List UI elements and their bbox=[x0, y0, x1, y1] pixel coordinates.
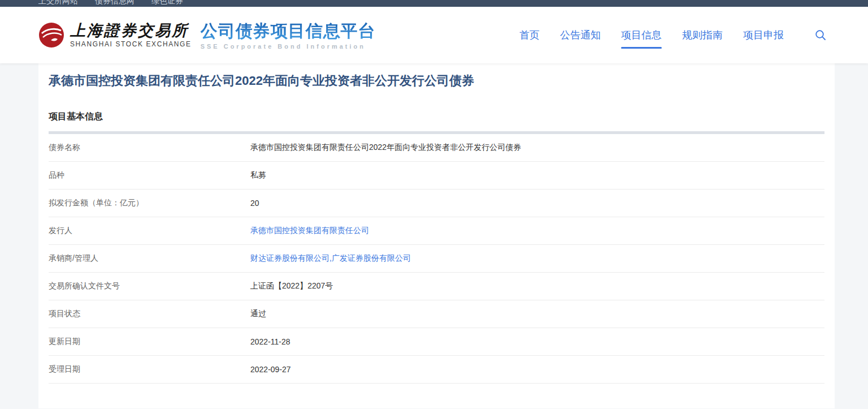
sse-logo-icon bbox=[38, 22, 64, 48]
nav-item-project-info[interactable]: 项目信息 bbox=[621, 28, 662, 42]
field-label: 债券名称 bbox=[49, 143, 250, 153]
table-row-bond-name: 债券名称 承德市国控投资集团有限责任公司2022年面向专业投资者非公开发行公司债… bbox=[49, 134, 824, 162]
field-value: 承德市国控投资集团有限责任公司2022年面向专业投资者非公开发行公司债券 bbox=[250, 143, 521, 153]
project-detail-card: 承德市国控投资集团有限责任公司2022年面向专业投资者非公开发行公司债券 项目基… bbox=[38, 63, 835, 408]
search-button[interactable] bbox=[814, 29, 827, 41]
table-row-underwriter: 承销商/管理人 财达证券股份有限公司,广发证券股份有限公司 bbox=[49, 245, 824, 273]
table-row-acceptance-date: 受理日期 2022-09-27 bbox=[49, 356, 824, 384]
table-row-project-status: 项目状态 通过 bbox=[49, 300, 824, 328]
section-title-basic-info: 项目基本信息 bbox=[49, 111, 824, 123]
field-label: 承销商/管理人 bbox=[49, 253, 250, 264]
topbar-link-bond-info-net[interactable]: 债券信息网 bbox=[95, 0, 134, 7]
field-label: 发行人 bbox=[49, 226, 250, 236]
platform-brand: 公司债券项目信息平台 SSE Corporate Bond Informatio… bbox=[201, 21, 376, 50]
nav-item-announcements[interactable]: 公告通知 bbox=[560, 28, 601, 42]
sse-logo[interactable]: 上海證券交易所 SHANGHAI STOCK EXCHANGE bbox=[38, 22, 192, 48]
nav-item-home[interactable]: 首页 bbox=[519, 28, 540, 42]
top-utility-bar-links: 上交所网站 债券信息网 绿色证券 bbox=[0, 0, 868, 7]
field-value: 私募 bbox=[250, 170, 266, 180]
topbar-link-sse-site[interactable]: 上交所网站 bbox=[38, 0, 78, 7]
topbar-link-green-securities[interactable]: 绿色证券 bbox=[151, 0, 183, 7]
search-icon bbox=[815, 29, 826, 41]
table-row-variety: 品种 私募 bbox=[49, 162, 824, 190]
field-value: 2022-11-28 bbox=[250, 337, 290, 346]
field-label: 品种 bbox=[49, 170, 250, 180]
site-header: 上海證券交易所 SHANGHAI STOCK EXCHANGE 公司债券项目信息… bbox=[0, 7, 868, 63]
field-label: 拟发行金额（单位：亿元） bbox=[49, 198, 250, 208]
basic-info-table: 债券名称 承德市国控投资集团有限责任公司2022年面向专业投资者非公开发行公司债… bbox=[49, 134, 824, 384]
table-row-update-date: 更新日期 2022-11-28 bbox=[49, 328, 824, 356]
table-row-confirmation-doc: 交易所确认文件文号 上证函【2022】2207号 bbox=[49, 273, 824, 300]
table-row-issuer: 发行人 承德市国控投资集团有限责任公司 bbox=[49, 217, 824, 245]
issuer-link[interactable]: 承德市国控投资集团有限责任公司 bbox=[250, 226, 369, 236]
nav-item-rules-guide[interactable]: 规则指南 bbox=[682, 28, 723, 42]
page-title: 承德市国控投资集团有限责任公司2022年面向专业投资者非公开发行公司债券 bbox=[49, 63, 824, 90]
platform-title: 公司债券项目信息平台 bbox=[201, 22, 376, 40]
field-label: 更新日期 bbox=[49, 337, 250, 347]
field-label: 项目状态 bbox=[49, 309, 250, 319]
underwriter-link[interactable]: 财达证券股份有限公司,广发证券股份有限公司 bbox=[250, 253, 411, 264]
field-label: 交易所确认文件文号 bbox=[49, 281, 250, 291]
nav-item-project-filing[interactable]: 项目申报 bbox=[743, 28, 784, 42]
sse-logo-text: 上海證券交易所 SHANGHAI STOCK EXCHANGE bbox=[70, 22, 192, 48]
field-value: 上证函【2022】2207号 bbox=[250, 281, 333, 291]
table-row-planned-amount: 拟发行金额（单位：亿元） 20 bbox=[49, 190, 824, 217]
platform-subtitle: SSE Corporate Bond Information bbox=[201, 43, 376, 50]
top-utility-bar: 上交所网站 债券信息网 绿色证券 bbox=[0, 0, 868, 7]
field-value: 2022-09-27 bbox=[250, 365, 291, 374]
field-label: 受理日期 bbox=[49, 364, 250, 374]
field-value: 20 bbox=[250, 199, 259, 208]
sse-name-english: SHANGHAI STOCK EXCHANGE bbox=[70, 40, 192, 48]
sse-name-chinese: 上海證券交易所 bbox=[70, 22, 192, 39]
main-nav: 首页 公告通知 项目信息 规则指南 项目申报 bbox=[519, 28, 827, 42]
status-value: 通过 bbox=[250, 309, 266, 319]
